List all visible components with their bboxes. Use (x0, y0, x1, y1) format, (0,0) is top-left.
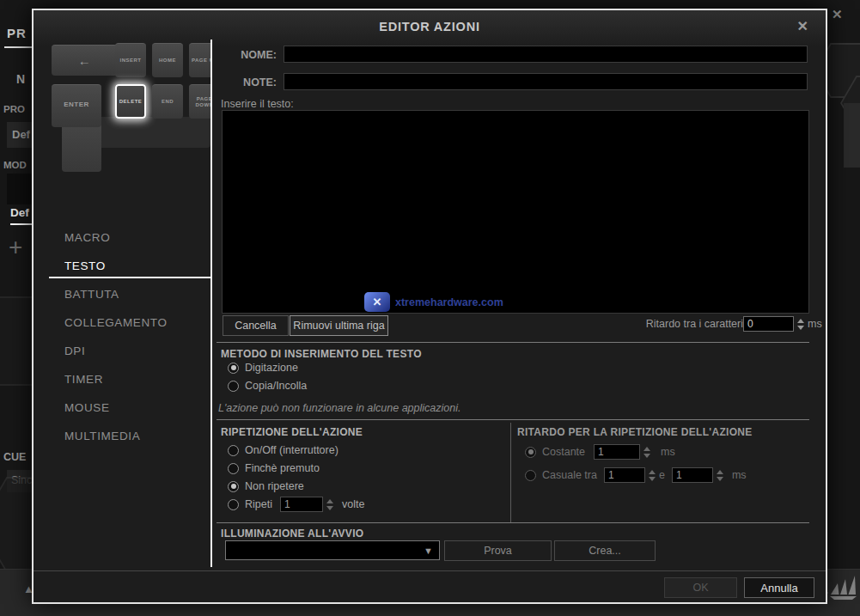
repeat-suffix: volte (342, 498, 364, 510)
section-divider (217, 522, 809, 523)
column-divider (510, 423, 511, 522)
radio-casuale[interactable] (525, 470, 536, 481)
method-section-title: METODO DI INSERIMENTO DEL TESTO (221, 348, 422, 360)
section-divider (217, 419, 809, 420)
bg-profile-label: PRO (3, 104, 25, 114)
bg-cue-label: CUE (3, 451, 26, 463)
app-close-icon[interactable]: ✕ (832, 7, 843, 22)
name-input[interactable] (284, 46, 808, 63)
ok-button[interactable]: OK (664, 577, 737, 598)
bg-profiles-tab[interactable]: PR (7, 26, 27, 40)
repeat-count-input[interactable] (280, 497, 323, 512)
lighting-section-title: ILLUMINAZIONE ALL'AVVIO (221, 528, 363, 540)
radio-digitazione-label: Digitazione (245, 362, 298, 374)
spinner-arrows[interactable] (717, 470, 723, 481)
radio-finche-premuto-label: Finchè premuto (245, 462, 320, 474)
bg-mode-underline (10, 223, 33, 225)
footer-divider (34, 570, 826, 571)
radio-ripeti-label: Ripeti (245, 498, 272, 510)
random-delay-unit: ms (732, 469, 747, 481)
lighting-dropdown[interactable]: ▼ (225, 540, 440, 560)
radio-digitazione[interactable] (228, 363, 239, 374)
corsair-logo-icon (828, 574, 857, 605)
random-delay-max-input[interactable] (672, 467, 713, 483)
repeat-delay-section-title: RITARDO PER LA RIPETIZIONE DELL'AZIONE (517, 426, 753, 438)
spinner-arrows[interactable] (797, 319, 804, 330)
method-warning-note: L'azione può non funzionare in alcune ap… (218, 402, 460, 414)
spinner-arrows[interactable] (649, 470, 656, 481)
clear-button[interactable]: Cancella (223, 315, 289, 336)
action-editor-dialog: EDITOR AZIONI ✕ ← ENTER INSERT HOME PAGE… (32, 9, 827, 604)
repeat-section-title: RIPETIZIONE DELL'AZIONE (221, 426, 363, 438)
remove-last-line-button[interactable]: Rimuovi ultima riga (290, 315, 388, 336)
random-delay-min-input[interactable] (604, 467, 645, 483)
spinner-arrows[interactable] (643, 447, 650, 458)
cancel-button[interactable]: Annulla (744, 577, 814, 598)
radio-ripeti[interactable] (228, 499, 239, 510)
notes-label: NOTE: (188, 76, 277, 88)
radio-non-ripetere-label: Non ripetere (245, 480, 304, 492)
radio-onoff-label: On/Off (interruttore) (245, 444, 339, 456)
bg-item-n: N (16, 72, 25, 86)
notes-input[interactable] (284, 73, 808, 90)
char-delay-input[interactable] (743, 316, 794, 332)
bg-mode-value[interactable]: Def (10, 206, 29, 219)
radio-costante-label: Costante (542, 446, 585, 458)
radio-finche-premuto[interactable] (228, 463, 239, 474)
radio-copia-incolla-label: Copia/Incolla (245, 380, 307, 392)
spinner-arrows[interactable] (326, 499, 333, 510)
char-delay-unit: ms (808, 318, 822, 330)
char-delay-group: Ritardo tra i caratteri ms (583, 316, 822, 332)
radio-non-ripetere[interactable] (228, 481, 239, 492)
bg-mode-thumbnail (7, 174, 33, 204)
text-entry-area[interactable] (222, 110, 809, 314)
bg-right-panel-edge (844, 103, 860, 168)
radio-copia-incolla[interactable] (228, 381, 239, 392)
constant-delay-unit: ms (661, 446, 675, 458)
radio-costante[interactable] (525, 447, 536, 458)
radio-casuale-label: Casuale tra (542, 469, 597, 481)
bg-mode-label: MOD (3, 160, 27, 170)
random-conjunction: e (659, 469, 665, 481)
bg-tab-underline (4, 46, 33, 48)
section-divider (217, 342, 809, 343)
insert-text-label: Inserire il testo: (221, 98, 294, 110)
constant-delay-input[interactable] (594, 444, 640, 460)
plus-icon[interactable]: + (9, 234, 22, 261)
editor-content: NOME: NOTE: Inserire il testo: ✕ xtremeh… (34, 10, 826, 602)
test-button[interactable]: Prova (444, 540, 552, 561)
create-button[interactable]: Crea... (554, 540, 656, 561)
bg-profile-value[interactable]: Def (7, 122, 33, 148)
char-delay-label: Ritardo tra i caratteri (583, 318, 743, 330)
radio-onoff[interactable] (228, 445, 239, 456)
name-label: NOME: (188, 49, 277, 61)
chevron-down-icon: ▼ (424, 546, 433, 556)
